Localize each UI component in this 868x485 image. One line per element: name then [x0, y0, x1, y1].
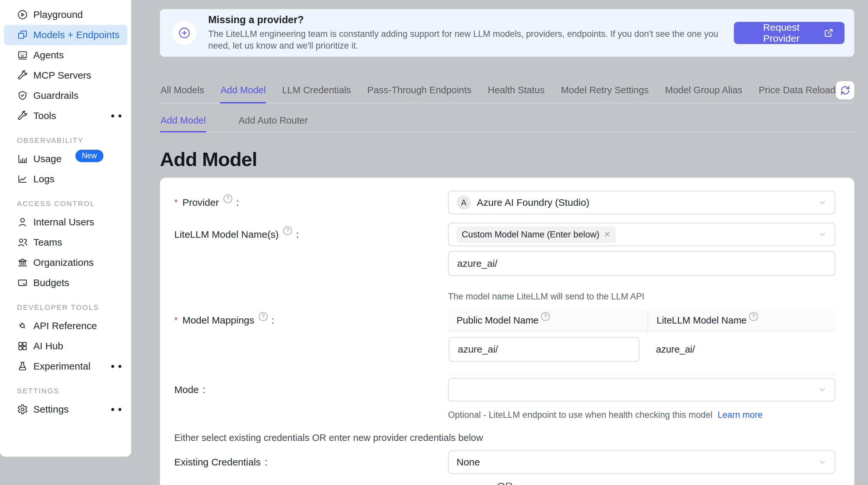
plus-circle-icon	[172, 21, 196, 45]
remove-tag-icon[interactable]: ✕	[604, 230, 611, 239]
or-divider: OR	[174, 480, 835, 485]
app-root: Playground Models + Endpoints Agents MCP…	[0, 0, 868, 485]
credentials-note: Either select existing credentials OR en…	[174, 432, 835, 443]
sidebar-item-agents[interactable]: Agents	[4, 45, 127, 65]
more-dots-icon	[111, 365, 121, 368]
sidebar-item-logs[interactable]: Logs	[4, 169, 127, 189]
new-badge: New	[75, 150, 103, 162]
play-circle-icon	[17, 9, 28, 20]
sidebar-item-label: MCP Servers	[33, 70, 91, 81]
public-model-name-input[interactable]	[449, 337, 640, 362]
bank-icon	[17, 257, 28, 268]
banner-title: Missing a provider?	[208, 14, 722, 26]
litellm-model-names-row: LiteLLM Model Name(s) ? : Custom Model N…	[174, 223, 835, 302]
sidebar-item-label: Models + Endpoints	[33, 29, 119, 40]
credit-card-icon	[17, 277, 28, 288]
sidebar-item-label: Experimental	[33, 361, 90, 372]
litellm-model-name-header: LiteLLM Model Name ?	[647, 310, 835, 331]
litellm-model-names-label: LiteLLM Model Name(s) ? :	[174, 223, 448, 246]
sidebar-item-playground[interactable]: Playground	[4, 5, 127, 25]
tab-model-retry-settings[interactable]: Model Retry Settings	[560, 76, 649, 103]
tab-add-model[interactable]: Add Model	[220, 76, 267, 103]
sidebar-item-organizations[interactable]: Organizations	[4, 253, 127, 273]
sidebar-item-models-endpoints[interactable]: Models + Endpoints	[4, 25, 127, 45]
help-icon[interactable]: ?	[749, 312, 758, 321]
add-model-form-card: * Provider ? : A Azure AI Foundry (Studi…	[160, 178, 854, 485]
mode-select[interactable]	[448, 378, 835, 401]
tab-all-models[interactable]: All Models	[160, 76, 205, 103]
refresh-button[interactable]	[836, 81, 854, 99]
litellm-model-name-value: azure_ai/	[648, 344, 695, 355]
sidebar-item-settings[interactable]: Settings	[4, 399, 127, 419]
chevron-down-icon	[818, 385, 827, 394]
sidebar-item-api-reference[interactable]: API Reference	[4, 316, 127, 336]
provider-select[interactable]: A Azure AI Foundry (Studio)	[448, 191, 835, 214]
sidebar: Playground Models + Endpoints Agents MCP…	[0, 0, 131, 457]
models-icon	[17, 29, 28, 40]
sidebar-item-experimental[interactable]: Experimental	[4, 356, 127, 377]
help-icon[interactable]: ?	[283, 226, 292, 235]
more-dots-icon	[111, 408, 121, 411]
subtab-add-model[interactable]: Add Model	[160, 110, 207, 132]
sidebar-item-budgets[interactable]: Budgets	[4, 273, 127, 293]
mappings-header: Public Model Name ? LiteLLM Model Name ?	[448, 310, 835, 332]
page-title: Add Model	[160, 148, 854, 170]
chevron-down-icon	[818, 230, 827, 239]
existing-credentials-row: Existing Credentials : None	[174, 450, 835, 474]
tab-price-data-reload[interactable]: Price Data Reload	[758, 76, 836, 103]
tab-model-group-alias[interactable]: Model Group Alias	[664, 76, 743, 103]
sidebar-item-tools[interactable]: Tools	[4, 106, 127, 126]
flask-icon	[17, 361, 28, 372]
sidebar-item-label: Tools	[33, 110, 56, 121]
user-icon	[17, 217, 28, 228]
model-tabs: All Models Add Model LLM Credentials Pas…	[160, 76, 854, 103]
sidebar-item-label: Playground	[33, 9, 83, 20]
external-link-icon	[824, 28, 833, 38]
mode-help-text: Optional - LiteLLM endpoint to use when …	[448, 410, 835, 420]
sidebar-item-label: API Reference	[33, 320, 97, 331]
sidebar-item-internal-users[interactable]: Internal Users	[4, 212, 127, 232]
existing-credentials-select[interactable]: None	[448, 450, 835, 474]
chevron-down-icon	[818, 458, 827, 467]
shield-icon	[17, 90, 28, 101]
sidebar-item-label: AI Hub	[33, 341, 63, 352]
provider-select-value: Azure AI Foundry (Studio)	[477, 197, 589, 208]
main-content: Missing a provider? The LiteLLM engineer…	[131, 0, 868, 485]
sidebar-item-label: Usage	[33, 153, 62, 164]
custom-model-name-input[interactable]	[448, 251, 835, 276]
wrench-icon	[17, 70, 28, 81]
banner-text: Missing a provider? The LiteLLM engineer…	[208, 14, 722, 52]
litellm-model-names-select[interactable]: Custom Model Name (Enter below) ✕	[448, 223, 835, 246]
sidebar-item-usage[interactable]: Usage New	[4, 149, 127, 169]
add-model-subtabs: Add Model Add Auto Router	[160, 110, 854, 132]
sidebar-item-teams[interactable]: Teams	[4, 232, 127, 253]
required-asterisk: *	[174, 315, 178, 325]
help-icon[interactable]: ?	[541, 312, 550, 321]
or-divider-label: OR	[487, 480, 522, 485]
banner-body: The LiteLLM engineering team is constant…	[208, 28, 722, 52]
sidebar-section-access-control: ACCESS CONTROL	[0, 198, 131, 210]
provider-row: * Provider ? : A Azure AI Foundry (Studi…	[174, 191, 835, 214]
tab-pass-through-endpoints[interactable]: Pass-Through Endpoints	[367, 76, 472, 103]
help-icon[interactable]: ?	[259, 312, 268, 321]
request-provider-label: Request Provider	[745, 22, 817, 44]
help-icon[interactable]: ?	[223, 194, 232, 203]
sidebar-item-label: Logs	[33, 173, 55, 185]
request-provider-button[interactable]: Request Provider	[734, 22, 844, 44]
learn-more-link[interactable]: Learn more	[718, 410, 763, 420]
model-mappings-label: * Model Mappings ? :	[174, 310, 448, 331]
sidebar-item-mcp-servers[interactable]: MCP Servers	[4, 65, 127, 86]
mappings-row: azure_ai/	[448, 332, 835, 375]
mode-label: Mode :	[174, 378, 448, 401]
sidebar-item-label: Settings	[33, 404, 68, 415]
existing-credentials-label: Existing Credentials :	[174, 450, 448, 474]
agents-icon	[17, 50, 28, 61]
sidebar-section-developer-tools: DEVELOPER TOOLS	[0, 301, 131, 314]
model-mappings-row: * Model Mappings ? : Public Model Name ?…	[174, 310, 835, 375]
sidebar-item-ai-hub[interactable]: AI Hub	[4, 336, 127, 356]
subtab-add-auto-router[interactable]: Add Auto Router	[238, 110, 309, 132]
tab-health-status[interactable]: Health Status	[487, 76, 545, 103]
more-dots-icon	[111, 115, 121, 118]
sidebar-item-guardrails[interactable]: Guardrails	[4, 86, 127, 106]
tab-llm-credentials[interactable]: LLM Credentials	[281, 76, 351, 103]
